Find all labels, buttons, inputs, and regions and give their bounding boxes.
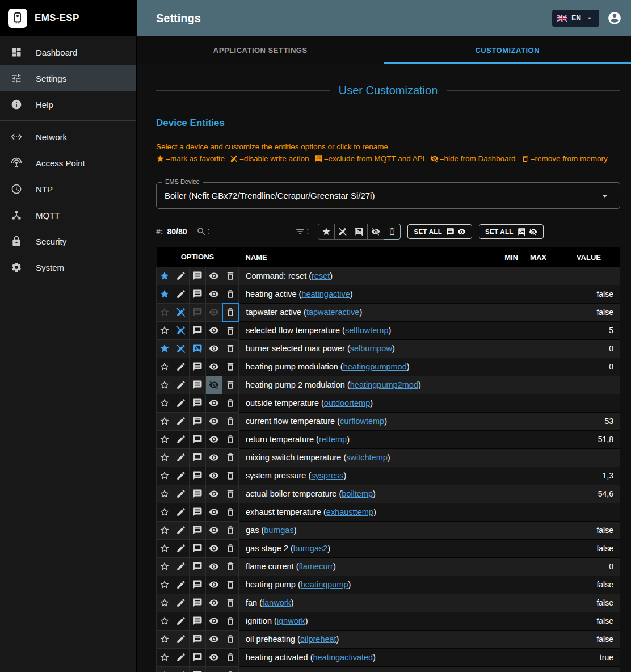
excl-toggle[interactable] — [190, 557, 206, 576]
star-filter-toggle[interactable] — [318, 224, 335, 240]
fav-toggle[interactable] — [157, 267, 173, 285]
entity-shortname-link[interactable]: rettemp — [319, 435, 347, 444]
del-toggle[interactable] — [222, 521, 239, 539]
sidebar-item-ntp[interactable]: NTP — [0, 176, 136, 202]
sidebar-item-mqtt[interactable]: MQTT — [0, 202, 136, 228]
fav-toggle[interactable] — [157, 630, 173, 648]
comment-off-filter-toggle[interactable] — [351, 224, 368, 240]
entity-shortname-link[interactable]: selflowtemp — [345, 326, 389, 335]
write-toggle[interactable] — [173, 321, 190, 339]
sidebar-item-help[interactable]: Help — [0, 91, 136, 117]
del-toggle[interactable] — [222, 376, 239, 394]
excl-toggle[interactable] — [190, 485, 206, 503]
excl-toggle[interactable] — [190, 594, 206, 612]
entity-shortname-link[interactable]: syspress — [311, 471, 343, 480]
del-toggle[interactable] — [222, 557, 239, 576]
entity-name[interactable]: system pressure (syspress) — [239, 467, 492, 485]
entity-name[interactable]: fan (fanwork) — [239, 594, 492, 612]
ems-device-select[interactable]: EMS Device Boiler (Nefit GBx72/Trendline… — [156, 182, 620, 209]
excl-toggle[interactable] — [190, 503, 206, 521]
fav-toggle[interactable] — [157, 594, 173, 612]
del-toggle[interactable] — [222, 576, 239, 594]
write-toggle[interactable] — [173, 648, 190, 666]
entity-shortname-link[interactable]: heatingpump2mod — [350, 380, 418, 389]
write-toggle[interactable] — [173, 394, 190, 412]
tab-customization[interactable]: CUSTOMIZATION — [384, 36, 631, 64]
hide-toggle[interactable] — [206, 467, 222, 485]
fav-toggle[interactable] — [157, 576, 173, 594]
entity-name[interactable]: heating pump (heatingpump) — [239, 576, 492, 594]
del-toggle[interactable] — [222, 648, 239, 666]
sidebar-item-settings[interactable]: Settings — [0, 65, 136, 91]
excl-toggle[interactable] — [190, 339, 206, 358]
del-toggle[interactable] — [222, 267, 239, 285]
excl-toggle[interactable] — [190, 539, 206, 557]
entity-name[interactable]: burner selected max power (selburnpow) — [239, 339, 492, 358]
hide-toggle[interactable] — [206, 612, 222, 630]
hide-toggle[interactable] — [206, 358, 222, 376]
del-toggle[interactable] — [222, 467, 239, 485]
hide-toggle[interactable] — [206, 430, 222, 448]
entity-shortname-link[interactable]: heatingpump — [301, 580, 348, 589]
write-toggle[interactable] — [173, 358, 190, 376]
fav-toggle[interactable] — [157, 521, 173, 539]
write-toggle[interactable] — [173, 485, 190, 503]
write-toggle[interactable] — [173, 267, 190, 285]
excl-toggle[interactable] — [190, 412, 206, 430]
entity-shortname-link[interactable]: switchtemp — [346, 453, 388, 462]
excl-toggle[interactable] — [190, 521, 206, 539]
entity-name[interactable]: heating pump modulation (heatingpumpmod) — [239, 358, 492, 376]
sidebar-item-network[interactable]: Network — [0, 124, 136, 150]
fav-toggle[interactable] — [157, 666, 173, 672]
hide-toggle[interactable] — [206, 394, 222, 412]
fav-toggle[interactable] — [157, 485, 173, 503]
fav-toggle[interactable] — [157, 448, 173, 467]
fav-toggle[interactable] — [157, 376, 173, 394]
entity-shortname-link[interactable]: flamecurr — [298, 562, 333, 571]
excl-toggle[interactable] — [190, 285, 206, 303]
write-toggle[interactable] — [173, 467, 190, 485]
excl-toggle[interactable] — [190, 358, 206, 376]
del-toggle[interactable] — [222, 630, 239, 648]
excl-toggle[interactable] — [190, 612, 206, 630]
tab-application-settings[interactable]: APPLICATION SETTINGS — [137, 36, 384, 64]
entity-name[interactable]: flame current (flamecurr) — [239, 557, 492, 576]
write-toggle[interactable] — [173, 430, 190, 448]
entity-name[interactable]: heating pump 2 modulation (heatingpump2m… — [239, 376, 492, 394]
account-circle-icon[interactable] — [607, 11, 622, 26]
del-toggle[interactable] — [222, 321, 239, 339]
del-toggle[interactable] — [222, 594, 239, 612]
del-toggle[interactable] — [222, 394, 239, 412]
fav-toggle[interactable] — [157, 394, 173, 412]
write-toggle[interactable] — [173, 376, 190, 394]
entity-name[interactable]: mixing switch temperature (switchtemp) — [239, 448, 492, 467]
hide-toggle[interactable] — [206, 412, 222, 430]
fav-toggle[interactable] — [157, 339, 173, 358]
entity-name[interactable]: current flow temperature (curflowtemp) — [239, 412, 492, 430]
del-toggle[interactable] — [222, 358, 239, 376]
write-toggle[interactable] — [173, 576, 190, 594]
excl-toggle[interactable] — [190, 666, 206, 672]
entity-shortname-link[interactable]: oilpreheat — [300, 635, 336, 644]
write-toggle[interactable] — [173, 521, 190, 539]
excl-toggle[interactable] — [190, 630, 206, 648]
hide-toggle[interactable] — [206, 666, 222, 672]
hide-toggle[interactable] — [206, 594, 222, 612]
write-toggle[interactable] — [173, 594, 190, 612]
del-toggle[interactable] — [222, 666, 239, 672]
excl-toggle[interactable] — [190, 303, 206, 321]
entity-shortname-link[interactable]: boiltemp — [342, 489, 373, 498]
entity-name[interactable]: selected flow temperature (selflowtemp) — [239, 321, 492, 339]
del-toggle[interactable] — [222, 339, 239, 358]
del-toggle[interactable] — [222, 430, 239, 448]
fav-toggle[interactable] — [157, 648, 173, 666]
write-toggle[interactable] — [173, 666, 190, 672]
entity-shortname-link[interactable]: fanwork — [262, 598, 291, 607]
entity-name[interactable]: actual boiler temperature (boiltemp) — [239, 485, 492, 503]
del-toggle[interactable] — [222, 539, 239, 557]
write-toggle[interactable] — [173, 412, 190, 430]
entity-shortname-link[interactable]: burngas2 — [293, 544, 327, 553]
entity-name[interactable]: tapwater active (tapwateractive) — [239, 303, 492, 321]
sidebar-item-security[interactable]: Security — [0, 228, 136, 254]
eye-off-filter-toggle[interactable] — [367, 224, 384, 240]
